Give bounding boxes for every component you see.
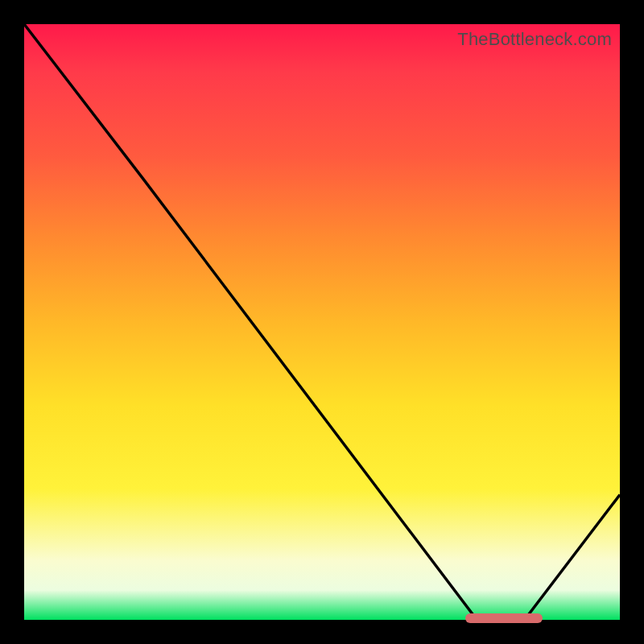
- optimal-range-marker: [465, 613, 543, 623]
- data-line: [24, 24, 620, 620]
- plot-area: TheBottleneck.com: [24, 24, 620, 620]
- chart-frame: TheBottleneck.com: [0, 0, 644, 644]
